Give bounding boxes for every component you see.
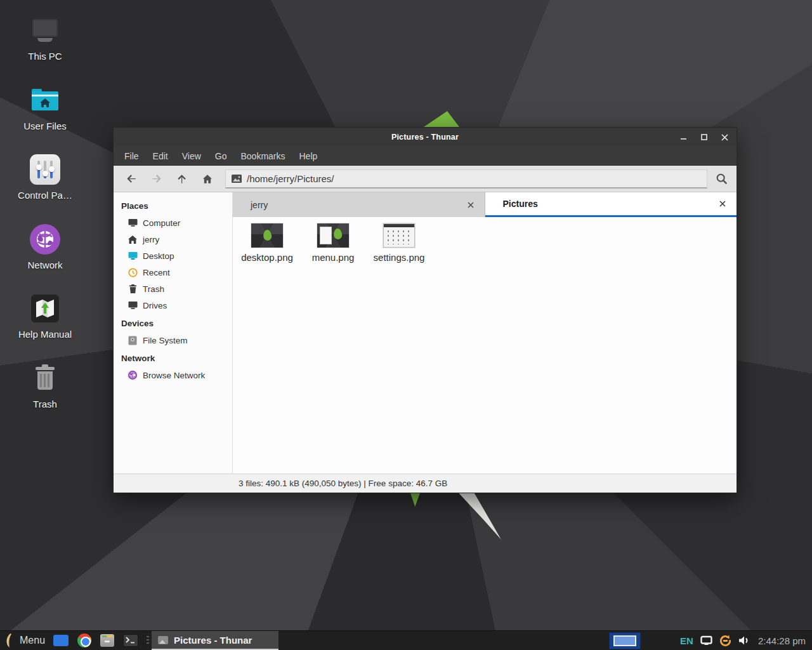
sidebar-item-label: Computer xyxy=(143,218,180,228)
sidebar-item-label: Trash xyxy=(143,284,164,294)
tab-label: jerry xyxy=(251,200,268,210)
speaker-icon xyxy=(738,635,750,646)
sidebar-item-file-system[interactable]: File System xyxy=(114,332,232,348)
file-desktop-png[interactable]: desktop.png xyxy=(234,223,300,263)
file-settings-png[interactable]: settings.png xyxy=(366,223,432,263)
sidebar-item-trash[interactable]: Trash xyxy=(114,281,232,297)
sidebar-item-label: Browse Network xyxy=(143,371,205,380)
terminal-launcher[interactable] xyxy=(119,631,143,650)
task-window-icon xyxy=(158,636,168,644)
close-button[interactable] xyxy=(717,130,731,144)
path-bar[interactable]: /home/jerry/Pictures/ xyxy=(225,169,707,189)
sidebar-item-drives[interactable]: Drives xyxy=(114,297,232,314)
drives-icon xyxy=(128,300,138,310)
chrome-launcher[interactable] xyxy=(73,631,96,650)
volume-tray-item[interactable] xyxy=(735,635,753,646)
wallpaper-mint-leaf-bottom xyxy=(410,493,420,507)
show-desktop-button[interactable] xyxy=(49,631,73,650)
display-icon xyxy=(700,635,712,646)
menu-edit[interactable]: Edit xyxy=(146,148,175,164)
menu-bookmarks[interactable]: Bookmarks xyxy=(233,148,292,164)
sidebar-item-browse-network[interactable]: Browse Network xyxy=(114,367,232,383)
clock[interactable]: 2:44:28 pm xyxy=(753,635,812,646)
file-manager-launcher[interactable] xyxy=(96,631,119,650)
menu-file[interactable]: File xyxy=(117,148,146,164)
chrome-icon xyxy=(77,633,91,647)
sidebar-item-label: Desktop xyxy=(143,251,174,261)
desktop-icon-label: This PC xyxy=(28,51,62,62)
file-menu-png[interactable]: menu.png xyxy=(300,223,366,263)
file-name: settings.png xyxy=(374,252,425,263)
update-refresh-icon xyxy=(719,634,732,647)
desktop-png-thumbnail xyxy=(251,223,283,248)
sidebar-header-places: Places xyxy=(114,196,232,215)
trash-small-icon xyxy=(128,284,138,294)
sidebar-item-computer[interactable]: Computer xyxy=(114,215,232,231)
trash-icon xyxy=(30,363,60,394)
thunar-window: Pictures - Thunar File Edit View Go Book… xyxy=(113,127,737,493)
home-button[interactable] xyxy=(197,169,218,189)
sidebar-item-recent[interactable]: Recent xyxy=(114,264,232,281)
sidebar-item-label: File System xyxy=(143,336,188,345)
maximize-button[interactable] xyxy=(697,130,711,144)
tab-pictures[interactable]: Pictures xyxy=(485,192,737,217)
desktop-icon-this-pc[interactable]: This PC xyxy=(6,15,84,62)
menu-png-thumbnail xyxy=(317,223,349,248)
search-icon xyxy=(715,172,729,186)
desktop-icon-network[interactable]: Network xyxy=(6,224,84,271)
forward-button[interactable] xyxy=(146,169,167,189)
desktop-icon-label: Help Manual xyxy=(18,329,72,340)
computer-icon xyxy=(128,218,138,228)
workspace-switcher[interactable] xyxy=(609,632,641,649)
menu-go[interactable]: Go xyxy=(208,148,234,164)
desktop-icon-label: Control Pa… xyxy=(18,190,72,201)
desktop-icon-trash[interactable]: Trash xyxy=(6,363,84,410)
control-panel-icon xyxy=(30,154,60,185)
display-tray-item[interactable] xyxy=(697,635,716,646)
sidebar-item-desktop[interactable]: Desktop xyxy=(114,248,232,264)
minimize-button[interactable] xyxy=(677,130,691,144)
up-button[interactable] xyxy=(171,169,193,189)
file-system-drive-icon xyxy=(128,335,138,345)
browse-network-globe-icon xyxy=(128,370,138,380)
file-name: desktop.png xyxy=(241,252,293,263)
sidebar-header-devices: Devices xyxy=(114,314,232,332)
status-bar: 3 files: 490.1 kB (490,050 bytes) | Free… xyxy=(114,474,737,493)
menu-view[interactable]: View xyxy=(175,148,208,164)
file-view[interactable]: desktop.png menu.png settings.png xyxy=(233,217,737,474)
sidebar: Places Computer jerry Desktop Recent xyxy=(114,192,233,474)
mint-menu-button[interactable] xyxy=(0,631,18,650)
titlebar[interactable]: Pictures - Thunar xyxy=(114,128,737,147)
home-icon xyxy=(128,234,138,244)
network-globe-icon xyxy=(30,224,60,255)
sidebar-item-label: Recent xyxy=(143,268,170,277)
tab-close-icon[interactable] xyxy=(717,199,728,209)
desktop-icon-label: User Files xyxy=(23,121,67,132)
tab-jerry[interactable]: jerry xyxy=(233,192,485,217)
back-button[interactable] xyxy=(121,169,142,189)
menu-help[interactable]: Help xyxy=(292,148,325,164)
desktop-icon-help-manual[interactable]: Help Manual xyxy=(6,293,84,340)
settings-png-thumbnail xyxy=(383,223,415,248)
tab-close-icon[interactable] xyxy=(466,200,476,210)
desktop-icon xyxy=(128,251,138,261)
help-manual-icon xyxy=(30,293,60,324)
panel-handle[interactable] xyxy=(147,636,149,646)
window-title: Pictures - Thunar xyxy=(114,133,737,142)
task-window-label: Pictures - Thunar xyxy=(174,635,252,646)
keyboard-layout-indicator[interactable]: EN xyxy=(676,635,697,646)
wallpaper-white-blade xyxy=(457,493,501,540)
sidebar-item-label: Drives xyxy=(143,301,167,310)
desktop-icon-label: Network xyxy=(27,260,62,271)
desktop-icon-control-panel[interactable]: Control Pa… xyxy=(6,154,84,201)
search-button[interactable] xyxy=(707,166,737,192)
taskbar-window-button[interactable]: Pictures - Thunar xyxy=(152,631,278,650)
show-desktop-icon xyxy=(53,635,69,646)
update-manager-tray-item[interactable] xyxy=(716,634,735,647)
menu-button-label[interactable]: Menu xyxy=(18,635,49,646)
pictures-folder-icon xyxy=(232,175,242,183)
this-pc-icon xyxy=(30,15,60,46)
desktop-icon-user-files[interactable]: User Files xyxy=(6,85,84,132)
sidebar-item-jerry[interactable]: jerry xyxy=(114,231,232,248)
folder-home-icon xyxy=(30,85,60,116)
